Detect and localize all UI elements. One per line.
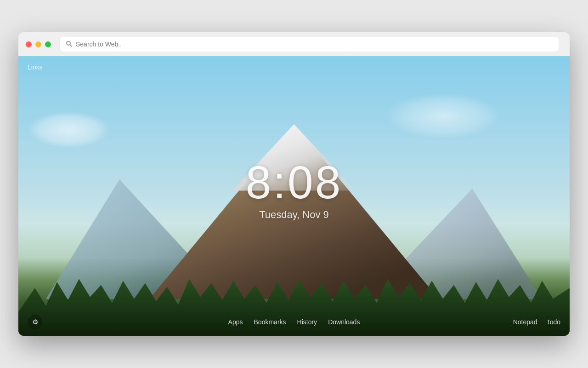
browser-window: Links 8:08 Tuesday, Nov 9 ⚙ Apps Bookmar… [18,32,570,336]
bottom-right-nav: Notepad Todo [513,318,560,326]
svg-line-1 [70,45,72,46]
nav-history[interactable]: History [297,318,317,326]
nav-downloads[interactable]: Downloads [328,318,360,326]
nav-bookmarks[interactable]: Bookmarks [254,318,286,326]
clock-container: 8:08 Tuesday, Nov 9 [246,159,343,221]
clock-date: Tuesday, Nov 9 [246,209,343,221]
close-button[interactable] [26,41,32,47]
browser-content: Links 8:08 Tuesday, Nov 9 ⚙ Apps Bookmar… [18,56,570,336]
settings-button[interactable]: ⚙ [28,315,42,329]
gear-icon: ⚙ [32,318,38,326]
search-icon [66,40,72,48]
traffic-lights [26,41,51,47]
search-input[interactable] [76,40,553,48]
address-bar [60,37,559,52]
links-label[interactable]: Links [28,63,43,71]
titlebar [18,32,570,56]
nav-notepad[interactable]: Notepad [513,318,537,326]
bottom-bar: ⚙ Apps Bookmarks History Downloads Notep… [18,308,570,336]
svg-point-0 [67,41,70,45]
top-bar: Links [18,56,570,78]
nav-apps[interactable]: Apps [228,318,243,326]
nav-todo[interactable]: Todo [547,318,560,326]
clock-time: 8:08 [246,159,343,205]
bottom-nav: Apps Bookmarks History Downloads [228,318,360,326]
minimize-button[interactable] [35,41,41,47]
cloud-left [28,111,110,148]
cloud-right [386,93,501,139]
maximize-button[interactable] [45,41,51,47]
